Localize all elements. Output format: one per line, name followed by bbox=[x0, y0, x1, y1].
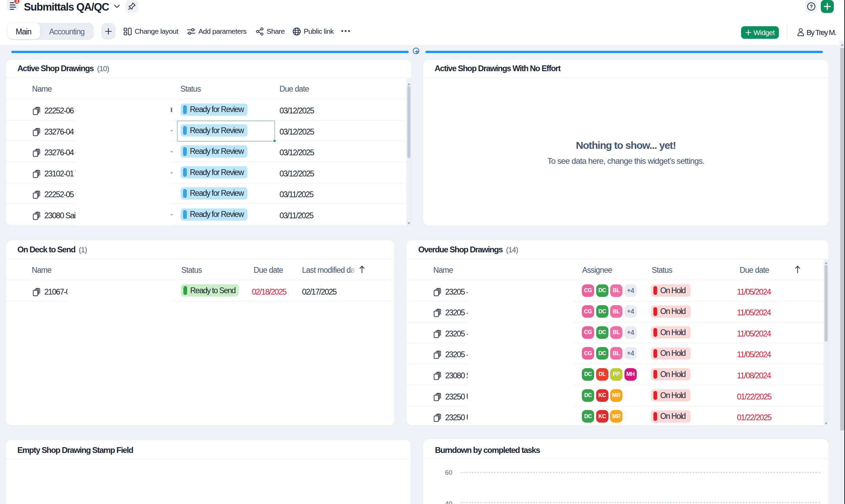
svg-text:?: ? bbox=[810, 3, 813, 9]
